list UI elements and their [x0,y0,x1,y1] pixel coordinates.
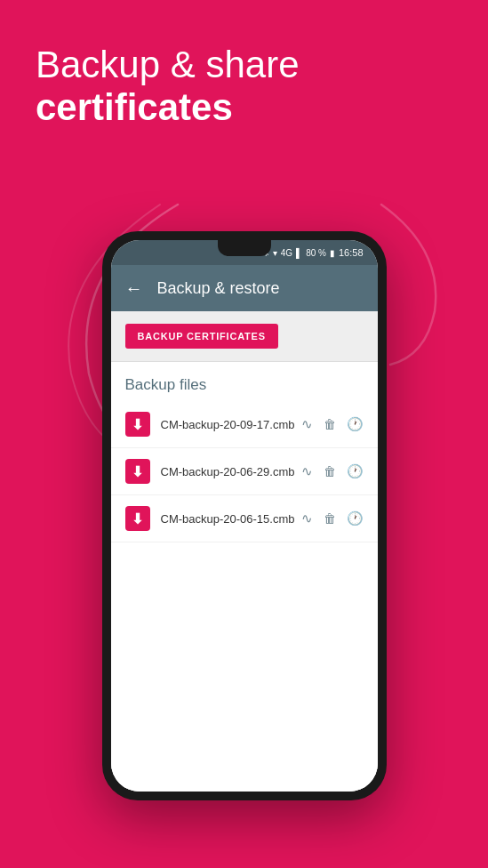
file-name-1: CM-backup-20-09-17.cmb [161,418,301,431]
app-bar: ← Backup & restore [111,265,378,311]
4g-icon: 4G [281,248,292,258]
restore-icon-3[interactable]: 🕐 [347,510,364,526]
phone-notch [218,240,271,256]
status-time: 16:58 [339,247,364,258]
backup-files-title: Backup files [125,376,207,393]
backup-files-section: Backup files ⬇ CM-backup-20-09-17.cmb ∿ … [111,362,378,792]
phone-screen: ∗ ▾ 4G ▌ 80 % ▮ 16:58 ← Backup & restore… [111,240,378,792]
battery-icon: ▮ [330,248,335,258]
backup-certificates-button[interactable]: BACKUP CERTIFICATES [125,324,278,349]
signal-icon: ▌ [296,248,302,258]
share-icon-2[interactable]: ∿ [301,463,313,479]
file-item-1: ⬇ CM-backup-20-09-17.cmb ∿ 🗑 🕐 [111,401,378,448]
file-icon-2: ⬇ [125,459,150,484]
file-item-2: ⬇ CM-backup-20-06-29.cmb ∿ 🗑 🕐 [111,448,378,495]
file-name-3: CM-backup-20-06-15.cmb [161,512,301,526]
file-type-icon-1: ⬇ [132,416,143,433]
phone-mockup: ∗ ▾ 4G ▌ 80 % ▮ 16:58 ← Backup & restore… [102,231,387,783]
file-actions-1: ∿ 🗑 🕐 [301,416,364,432]
backup-button-section: BACKUP CERTIFICATES [111,311,378,362]
back-button[interactable]: ← [125,278,143,299]
restore-icon-1[interactable]: 🕐 [347,416,364,432]
file-actions-3: ∿ 🗑 🕐 [301,510,364,526]
phone-outer: ∗ ▾ 4G ▌ 80 % ▮ 16:58 ← Backup & restore… [102,231,387,800]
file-type-icon-3: ⬇ [132,510,143,527]
decorative-right [372,196,479,374]
backup-files-header: Backup files [111,362,378,401]
content-area: BACKUP CERTIFICATES Backup files ⬇ CM-ba… [111,311,378,792]
file-actions-2: ∿ 🗑 🕐 [301,463,364,479]
hero-section: Backup & share certificates [0,0,488,149]
file-item-3: ⬇ CM-backup-20-06-15.cmb ∿ 🗑 🕐 [111,495,378,542]
restore-icon-2[interactable]: 🕐 [347,463,364,479]
app-bar-title: Backup & restore [157,279,280,298]
file-icon-1: ⬇ [125,412,150,437]
delete-icon-1[interactable]: 🗑 [324,417,336,431]
wifi-icon: ▾ [273,248,277,258]
delete-icon-3[interactable]: 🗑 [324,511,336,526]
hero-line2: certificates [36,85,452,130]
share-icon-1[interactable]: ∿ [301,416,313,432]
file-type-icon-2: ⬇ [132,463,143,480]
hero-line1: Backup & share [36,44,452,85]
delete-icon-2[interactable]: 🗑 [324,464,336,478]
file-name-2: CM-backup-20-06-29.cmb [161,465,301,478]
file-icon-3: ⬇ [125,506,150,531]
share-icon-3[interactable]: ∿ [301,510,313,526]
battery-percent: 80 % [306,248,326,258]
